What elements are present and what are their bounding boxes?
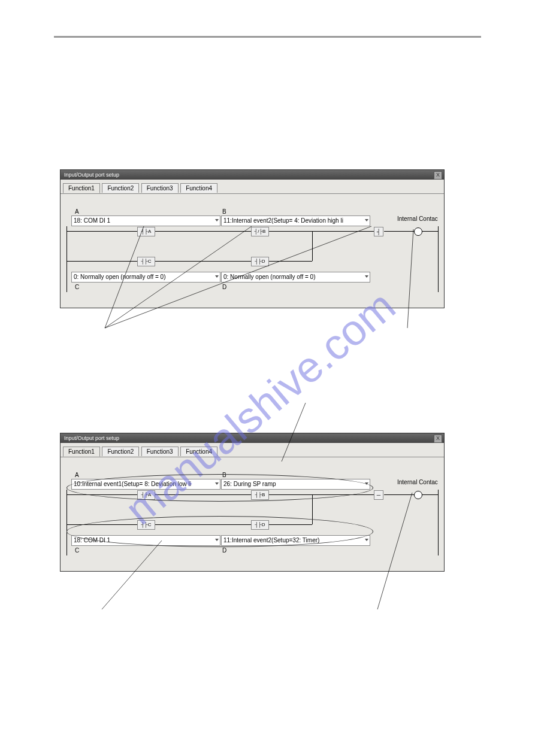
tab-bar-2: Function1 Function2 Function3 Function4	[61, 443, 444, 457]
contact-D[interactable]: ┤├D	[251, 257, 269, 266]
annotation-ellipse-2	[67, 516, 373, 547]
tab-function3[interactable]: Function3	[141, 447, 179, 456]
out-contact-1[interactable]: ┤	[374, 227, 383, 236]
annotation-ellipse-1	[67, 474, 373, 502]
titlebar-1: Input/Output port setup X	[61, 170, 444, 180]
window-title-1: Input/Output port setup	[64, 172, 119, 178]
tab-function4[interactable]: Function4	[180, 447, 217, 456]
ladder-canvas-2: A B 10:Internal event1(Setup= 8: Deviati…	[61, 457, 444, 571]
tab-function2[interactable]: Function2	[102, 447, 139, 456]
dialog-window-2: Input/Output port setup X Function1 Func…	[60, 433, 445, 572]
dropdown-C[interactable]: 0: Normally open (normally off = 0)	[71, 272, 220, 283]
contact-A[interactable]: ┤├A	[137, 227, 155, 236]
out-contact-2[interactable]: ─	[374, 490, 383, 500]
label-A: A	[75, 472, 79, 478]
coil-1	[414, 227, 422, 236]
window-title-2: Input/Output port setup	[64, 435, 119, 441]
tab-function3[interactable]: Function3	[141, 183, 179, 193]
dropdown-A[interactable]: 18: COM DI 1	[71, 215, 220, 226]
dropdown-D[interactable]: 0: Normally open (normally off = 0)	[221, 272, 370, 283]
tab-function1[interactable]: Function1	[63, 447, 100, 457]
close-icon[interactable]: X	[434, 171, 442, 180]
tab-function1[interactable]: Function1	[63, 183, 100, 193]
tab-function2[interactable]: Function2	[102, 183, 139, 193]
contact-B[interactable]: ┤/├B	[251, 227, 269, 236]
contact-C[interactable]: ┤├C	[137, 257, 155, 266]
label-D: D	[222, 284, 226, 290]
dialog-window-1: Input/Output port setup X Function1 Func…	[60, 169, 445, 308]
ladder-canvas-1: A B 18: COM DI 1 11:Internal event2(Setu…	[61, 193, 444, 308]
titlebar-2: Input/Output port setup X	[61, 433, 444, 443]
page-divider	[54, 36, 481, 38]
close-icon[interactable]: X	[434, 435, 442, 443]
label-B: B	[222, 208, 226, 215]
label-C: C	[75, 547, 79, 554]
internal-contact-label-2: Internal Contac	[397, 479, 438, 485]
tab-function4[interactable]: Function4	[180, 183, 217, 193]
dropdown-B[interactable]: 11:Internal event2(Setup= 4: Deviation h…	[221, 215, 370, 226]
internal-contact-label-1: Internal Contac	[397, 215, 438, 222]
label-C: C	[75, 284, 79, 290]
label-A: A	[75, 208, 79, 215]
coil-2	[414, 491, 422, 499]
tab-bar-1: Function1 Function2 Function3 Function4	[61, 180, 444, 193]
label-D: D	[222, 547, 226, 554]
